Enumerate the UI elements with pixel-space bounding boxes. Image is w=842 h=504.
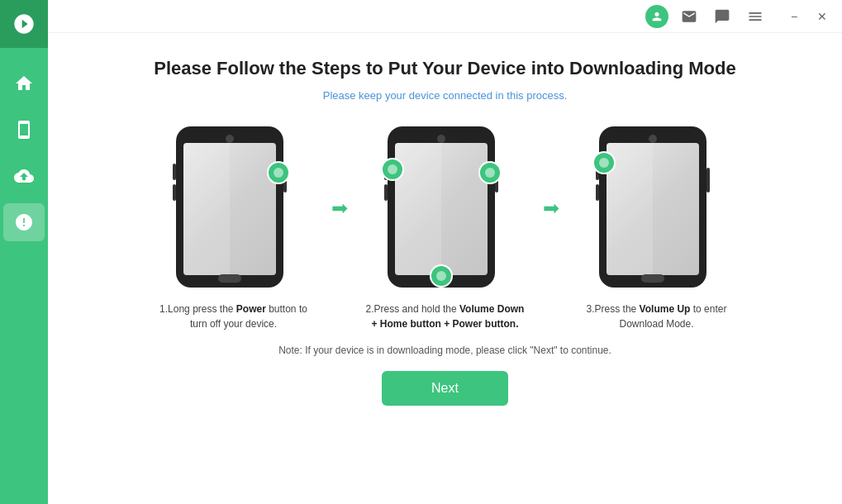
sidebar: [0, 0, 48, 504]
sidebar-item-device[interactable]: [3, 111, 45, 149]
phone-screen-2: [395, 143, 488, 275]
minimize-button[interactable]: −: [783, 5, 806, 28]
phone-home-3: [641, 274, 664, 283]
vol2-btn-1: [173, 184, 176, 201]
power-indicator-2: [478, 161, 502, 184]
step-1-desc: 1.Long press the Power button to turn of…: [151, 302, 316, 331]
vol2-btn-3: [596, 184, 599, 201]
steps-container: 1.Long press the Power button to turn of…: [81, 126, 809, 331]
close-button[interactable]: ✕: [811, 5, 834, 28]
sidebar-item-home[interactable]: [3, 64, 45, 102]
step-3: 3.Press the Volume Up to enter Download …: [566, 126, 748, 331]
vol-btn-1: [173, 164, 176, 180]
phone-step-3: [599, 126, 715, 292]
user-avatar[interactable]: [645, 5, 668, 28]
page-title: Please Follow the Steps to Put Your Devi…: [154, 58, 735, 79]
app-logo: [0, 0, 48, 48]
vol-indicator-2: [381, 158, 404, 181]
phone-step-2: [388, 126, 503, 292]
chat-icon[interactable]: [710, 4, 735, 29]
sidebar-item-backup[interactable]: [3, 157, 45, 195]
mail-icon[interactable]: [677, 4, 702, 29]
phone-screen-1: [183, 143, 276, 275]
main-content: Please Follow the Steps to Put Your Devi…: [48, 33, 842, 504]
home-indicator-2: [430, 264, 453, 288]
phone-body-3: [599, 126, 706, 288]
power-indicator-1: [267, 161, 290, 184]
phone-screen-3: [607, 143, 699, 275]
phone-home-1: [218, 274, 241, 283]
menu-icon[interactable]: [743, 4, 768, 29]
vol2-btn-2: [384, 184, 388, 201]
subtitle: Please keep your device connected in thi…: [323, 89, 568, 102]
note-text: Note: If your device is in downloading m…: [278, 345, 611, 356]
next-button[interactable]: Next: [382, 371, 508, 406]
main-window: − ✕ Please Follow the Steps to Put Your …: [48, 0, 842, 504]
vol-indicator-3: [592, 151, 616, 174]
phone-body-1: [176, 126, 283, 288]
phone-step-1: [176, 126, 292, 292]
arrow-2: ➡: [543, 197, 559, 220]
step-3-desc: 3.Press the Volume Up to enter Download …: [574, 302, 740, 331]
step-2-desc: 2.Press and hold the Volume Down + Home …: [363, 302, 528, 331]
step-1: 1.Long press the Power button to turn of…: [143, 126, 325, 331]
phone-body-2: [388, 126, 495, 288]
sidebar-nav: [3, 64, 45, 504]
sidebar-item-repair[interactable]: [3, 203, 45, 241]
titlebar: − ✕: [48, 0, 842, 33]
step-2: 2.Press and hold the Volume Down + Home …: [354, 126, 536, 331]
arrow-1: ➡: [331, 197, 348, 220]
window-controls: − ✕: [783, 5, 834, 28]
power-btn-3: [706, 168, 710, 193]
